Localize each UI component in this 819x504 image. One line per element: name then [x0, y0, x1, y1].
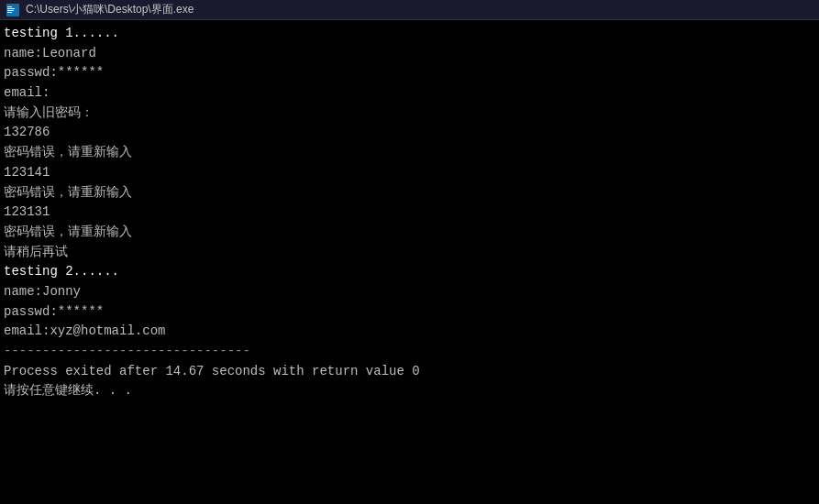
console-line-line22: 请按任意键继续. . . — [2, 381, 817, 401]
console-line-line9: 密码错误，请重新输入 — [2, 183, 817, 203]
console-line-line1: testing 1...... — [2, 24, 817, 44]
console-line-line16: name:Jonny — [2, 282, 817, 302]
svg-rect-4 — [7, 12, 12, 13]
svg-rect-3 — [7, 10, 14, 11]
console-line-line3: passwd:****** — [2, 63, 817, 83]
svg-rect-1 — [7, 6, 12, 7]
console-line-line21: Process exited after 14.67 seconds with … — [2, 362, 817, 382]
console-line-line11: 密码错误，请重新输入 — [2, 223, 817, 243]
console-line-line17: passwd:****** — [2, 302, 817, 323]
title-bar: C:\Users\小猫咪\Desktop\界面.exe — [0, 0, 819, 20]
console-line-line6: 132786 — [2, 123, 817, 143]
console-line-line12: 请稍后再试 — [2, 243, 817, 263]
console-line-line8: 123141 — [2, 163, 817, 183]
svg-rect-2 — [7, 8, 15, 9]
title-bar-text: C:\Users\小猫咪\Desktop\界面.exe — [26, 2, 813, 17]
console-line-line7: 密码错误，请重新输入 — [2, 143, 817, 163]
console-line-line5: 请输入旧密码： — [2, 104, 817, 124]
console-line-line10: 123131 — [2, 203, 817, 223]
console-line-line2: name:Leonard — [2, 44, 817, 64]
console-area: testing 1......name:Leonardpasswd:******… — [0, 20, 819, 504]
console-line-line20: -------------------------------- — [2, 342, 817, 362]
console-line-line4: email: — [2, 83, 817, 104]
console-line-line18: email:xyz@hotmail.com — [2, 322, 817, 342]
cmd-icon — [6, 3, 20, 17]
console-line-line14: testing 2...... — [2, 262, 817, 282]
